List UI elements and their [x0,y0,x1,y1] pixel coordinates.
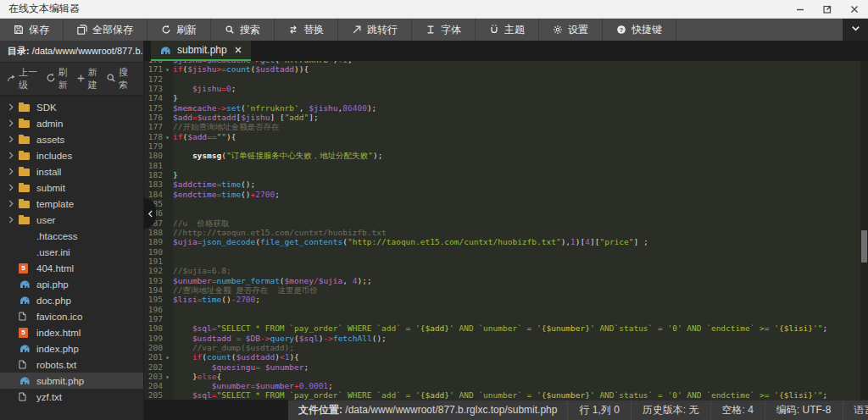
code-line-175[interactable]: 175$memcache->set('nfrruknrb', $jishu,86… [144,103,868,113]
tree-item-submit-php[interactable]: submit.php [0,373,143,389]
tree-item-user[interactable]: user [0,212,143,228]
tree-item-includes[interactable]: includes [0,147,143,163]
toolbar-overflow-button[interactable] [843,19,868,41]
directory-path: /data/www/wwwroot/877.b.rglxc... [32,46,143,56]
fold-marker-icon[interactable]: ▾ [165,65,173,75]
status-language[interactable]: 语言: PHP [843,401,868,420]
tab-submit-php[interactable]: submit.php [151,41,251,61]
tree-item-index-html[interactable]: 5index.html [0,324,143,340]
toolbar-button-refresh[interactable]: 刷新 [147,19,211,41]
code-line-177[interactable]: 177//开始查询地址金额是否存在 [144,122,868,131]
fold-marker-icon[interactable]: ▾ [165,353,173,362]
toolbar-button-font[interactable]: 字体 [412,19,476,41]
tree-item-yzf-txt[interactable]: yzf.txt [0,389,143,405]
chevron-left-icon [147,206,153,221]
code-line-196[interactable]: 196 [144,305,868,314]
tree-item-SDK[interactable]: SDK [0,99,143,115]
code-line-185[interactable]: 185 [144,199,868,208]
code-line-174[interactable]: 174} [144,93,868,102]
status-history-version[interactable]: 历史版本: 无 [631,401,710,420]
code-line-176[interactable]: 176$add=$usdtadd[$jishu] ["add"]; [144,113,868,122]
code-line-197[interactable]: 197 [144,314,868,323]
code-line-195[interactable]: 195$lisi=time()-2700; [144,295,868,304]
code-line-171[interactable]: 171▾if($jishu>=count($usdtadd)){ [144,64,868,74]
sidebar-tool-refresh[interactable]: 刷新 [46,66,76,91]
code-line-184[interactable]: 184$endctime=time()+2700; [144,190,868,199]
window-title: 在线文本编辑器 [8,2,80,16]
tree-item-assets[interactable]: assets [0,131,143,147]
line-number: 182 [144,170,165,180]
code-line-202[interactable]: 202 $quesingu= $unumber; [144,362,868,372]
code-line-188[interactable]: 188//http://taoqun.et15.com/cuntxt/huobi… [144,228,868,237]
code-line-179[interactable]: 179 [144,141,868,151]
code-line-203[interactable]: 203▾ }else{ [144,372,868,381]
code-line-186[interactable]: 186 [144,208,868,218]
vertical-scrollbar[interactable] [860,61,868,400]
sidebar-tool-label: 刷新 [58,66,76,91]
toolbar-button-settings[interactable]: 设置 [539,19,603,41]
tree-item-api-php[interactable]: api.php [0,276,143,292]
tree-item-htaccess[interactable]: .htaccess [0,228,143,244]
code-line-199[interactable]: 199 $usdtadd = $DB->query($sql)->fetchAl… [144,334,868,343]
tab-label: submit.php [177,44,227,56]
toolbar-button-save[interactable]: 保存 [0,19,64,41]
code-line-173[interactable]: 173 $jishu=0; [144,84,868,93]
code-line-204[interactable]: 204 $unumber=$unumber+0.0001; [144,381,868,390]
tab-close-icon[interactable] [234,46,242,54]
tree-item-index-php[interactable]: index.php [0,340,143,356]
tree-item-user-ini[interactable]: .user.ini [0,244,143,260]
toolbar-button-label: 刷新 [176,23,197,37]
code-line-192[interactable]: 192//$ujia=6.8; [144,266,868,275]
code-line-200[interactable]: 200 //var_dump($usdtadd); [144,343,868,352]
code-line-189[interactable]: 189$ujia=json_decode(file_get_contents("… [144,237,868,246]
toolbar-button-save-all[interactable]: 全部保存 [64,19,147,41]
tree-item-doc-php[interactable]: doc.php [0,292,143,308]
tree-item-submit[interactable]: submit [0,180,143,196]
line-number: 177 [144,122,165,131]
tree-item-404-html[interactable]: 5404.html [0,260,143,276]
code-text: $unumber=number_format($money/$ujia, 4);… [173,276,372,285]
status-spaces-setting[interactable]: 空格: 4 [710,401,765,420]
tree-item-admin[interactable]: admin [0,115,143,131]
code-line-201[interactable]: 201▾ if(count($usdtadd)<1){ [144,352,868,362]
status-cursor-position[interactable]: 行 1,列 0 [567,401,630,420]
sidebar-tool-search[interactable]: 搜索 [106,66,136,91]
code-line-183[interactable]: 183$addctime=time(); [144,180,868,189]
toolbar-button-goto-line[interactable]: 跳转行 [338,19,412,41]
code-line-194[interactable]: 194//查询地址金额 是否存在 这里是币价 [144,285,868,295]
html-file-icon: 5 [19,328,32,338]
code-line-190[interactable]: 190 [144,247,868,257]
code-line-180[interactable]: 180 sysmsg("订单链接服务中心失败，地址分配失败"); [144,151,868,160]
code-line-191[interactable]: 191 [144,257,868,266]
toolbar-button-theme[interactable]: 主题 [476,19,539,41]
code-line-193[interactable]: 193$unumber=number_format($money/$ujia, … [144,276,868,285]
code-line-178[interactable]: 178▾if($add==""){ [144,132,868,141]
minimize-button[interactable] [795,4,805,14]
sidebar-tool-new[interactable]: 新建 [76,66,106,91]
maximize-button[interactable] [822,4,832,14]
tree-item-template[interactable]: template [0,196,143,212]
sidebar-tool-up-level[interactable]: 上一级 [7,66,46,91]
toolbar-button-hotkeys[interactable]: ?快捷键 [603,19,676,41]
toolbar-button-search[interactable]: 搜索 [211,19,275,41]
scrollbar-thumb[interactable] [861,230,867,262]
code-line-187[interactable]: 187//u 价格获取 [144,218,868,228]
code-line-205[interactable]: 205 $sql="SELECT * FROM `pay_order` WHER… [144,390,868,400]
code-line-182[interactable]: 182} [144,170,868,180]
code-line-198[interactable]: 198 $sql="SELECT * FROM `pay_order` WHER… [144,323,868,333]
folder-icon [19,151,32,160]
php-file-icon [19,344,32,353]
tree-item-install[interactable]: install [0,163,143,180]
code-line-181[interactable]: 181 [144,161,868,170]
tree-item-favicon-ico[interactable]: favicon.ico [0,308,143,324]
tree-item-label: .htaccess [36,231,78,241]
toolbar-button-replace[interactable]: 替换 [275,19,338,41]
settings-icon [553,25,563,35]
code-line-172[interactable]: 172 [144,75,868,84]
tree-item-robots-txt[interactable]: robots.txt [0,356,143,373]
toolbar-button-label: 快捷键 [632,23,662,37]
code-editor[interactable]: 170$jishu=$memcache->get('nfrruknrb')+1;… [144,61,868,400]
line-number: 196 [144,305,165,314]
close-button[interactable] [849,4,860,14]
status-encoding[interactable]: 编码: UTF-8 [765,401,843,420]
